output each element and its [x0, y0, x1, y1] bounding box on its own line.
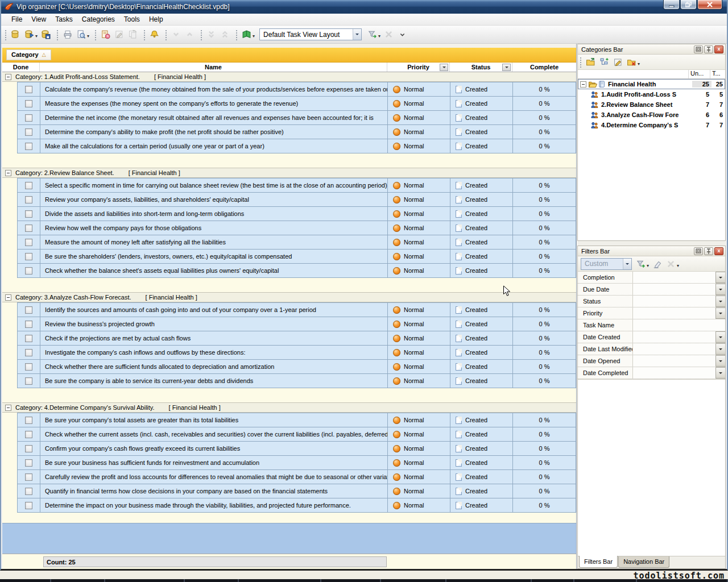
task-row[interactable]: Determine the net income (the monetary r… [18, 111, 576, 125]
dropdown-caret-icon[interactable]: ▾ [253, 34, 255, 39]
task-complete-cell[interactable]: 0 % [513, 427, 576, 441]
group-header[interactable]: Category: 2.Review Balance Sheet. [ Fina… [2, 168, 576, 178]
filter-dropdown-icon[interactable] [715, 331, 725, 343]
filter-dropdown-icon[interactable] [715, 367, 725, 379]
panel-pin-icon[interactable] [704, 45, 713, 53]
task-row[interactable]: Check whether there are sufficient funds… [18, 360, 576, 374]
task-name-cell[interactable]: Confirm your company's cash flows greatl… [40, 442, 388, 455]
collapse-group-icon[interactable] [5, 74, 11, 80]
column-header-complete[interactable]: Complete [512, 63, 576, 72]
restore-button[interactable] [680, 0, 697, 10]
task-checkbox[interactable] [25, 377, 32, 385]
task-complete-cell[interactable]: 0 % [513, 346, 576, 359]
minimize-button[interactable] [663, 0, 680, 10]
task-priority-cell[interactable]: Normal [388, 125, 450, 139]
task-priority-cell[interactable]: Normal [388, 221, 450, 235]
task-status-cell[interactable]: Created [450, 207, 513, 221]
filter-dropdown-icon[interactable] [715, 296, 725, 307]
task-complete-cell[interactable]: 0 % [513, 303, 576, 317]
task-name-cell[interactable]: Determine the company's ability to make … [40, 125, 388, 139]
task-checkbox[interactable] [25, 86, 32, 93]
task-name-cell[interactable]: Be sure the company is able to service i… [40, 374, 388, 388]
task-checkbox[interactable] [25, 225, 32, 232]
task-priority-cell[interactable]: Normal [388, 82, 450, 96]
task-row[interactable]: Carefully review the profit and loss acc… [18, 470, 576, 484]
menu-file[interactable]: File [7, 14, 27, 25]
dropdown-caret-icon[interactable]: ▾ [35, 34, 38, 39]
task-complete-cell[interactable]: 0 % [513, 139, 576, 153]
task-row[interactable]: Check whether the current assets (incl. … [18, 427, 576, 442]
task-checkbox[interactable] [25, 182, 32, 189]
task-checkbox[interactable] [25, 445, 32, 452]
task-complete-cell[interactable]: 0 % [513, 331, 576, 345]
new-task-button[interactable] [98, 28, 112, 41]
task-complete-cell[interactable]: 0 % [513, 374, 576, 388]
status-filter-dropdown-icon[interactable] [502, 64, 511, 71]
task-status-cell[interactable]: Created [450, 264, 513, 277]
task-priority-cell[interactable]: Normal [388, 360, 450, 373]
task-row[interactable]: Be sure your business has sufficient fun… [18, 456, 576, 470]
task-status-cell[interactable]: Created [450, 125, 513, 139]
collapse-group-icon[interactable] [5, 170, 11, 176]
task-complete-cell[interactable]: 0 % [513, 442, 576, 455]
save-database-button[interactable] [39, 28, 52, 41]
filter-dropdown-icon[interactable] [715, 284, 725, 295]
task-row[interactable]: Identify the sources and amounts of cash… [18, 303, 576, 317]
task-row[interactable]: Determine the company's ability to make … [18, 125, 576, 139]
task-name-cell[interactable]: Check whether there are sufficient funds… [40, 360, 388, 373]
task-priority-cell[interactable]: Normal [388, 303, 450, 317]
task-status-cell[interactable]: Created [450, 413, 513, 427]
task-status-cell[interactable]: Created [450, 331, 513, 345]
task-status-cell[interactable]: Created [450, 221, 513, 235]
task-name-cell[interactable]: Review the business's projected growth [40, 317, 388, 331]
menu-tools[interactable]: Tools [119, 14, 144, 25]
dropdown-caret-icon[interactable]: ▾ [378, 34, 380, 39]
tree-category-row[interactable]: 1.Audit Profit-and-Loss S 5 5 [578, 89, 725, 99]
filter-dropdown-icon[interactable] [715, 355, 725, 367]
dropdown-caret-icon[interactable]: ▾ [87, 34, 89, 39]
task-complete-cell[interactable]: 0 % [513, 264, 576, 277]
group-header[interactable]: Category: 4.Determine Company's Survival… [2, 403, 576, 413]
task-row[interactable]: Determine the impact on your business ma… [18, 498, 576, 513]
task-priority-cell[interactable]: Normal [388, 484, 450, 498]
filter-value-field[interactable] [633, 319, 725, 331]
tree-category-row[interactable]: 4.Determine Company's S 7 7 [578, 120, 725, 130]
task-status-cell[interactable]: Created [450, 456, 513, 469]
task-complete-cell[interactable]: 0 % [513, 498, 576, 512]
column-header-done[interactable]: Done [2, 63, 40, 72]
task-status-cell[interactable]: Created [450, 442, 513, 455]
task-name-cell[interactable]: Review how well the company pays for tho… [40, 221, 388, 235]
task-checkbox[interactable] [25, 473, 32, 481]
task-priority-cell[interactable]: Normal [388, 207, 450, 221]
task-name-cell[interactable]: Be sure your company's total assets are … [40, 413, 388, 427]
edit-category-button[interactable] [611, 55, 624, 69]
tree-column-uncompleted[interactable]: Un... [689, 70, 710, 78]
task-priority-cell[interactable]: Normal [388, 250, 450, 263]
task-status-cell[interactable]: Created [450, 374, 513, 388]
edit-task-button[interactable] [112, 28, 126, 41]
move-up-button[interactable] [183, 28, 196, 41]
open-database-button[interactable] [22, 28, 36, 41]
task-view-layout-combo[interactable]: Default Task View Layout [259, 28, 362, 40]
task-priority-cell[interactable]: Normal [388, 139, 450, 153]
task-row[interactable]: Be sure the shareholders' (lenders, inve… [18, 250, 576, 264]
task-checkbox[interactable] [25, 321, 32, 328]
task-status-cell[interactable]: Created [450, 139, 513, 153]
task-status-cell[interactable]: Created [450, 470, 513, 484]
delete-layout-button[interactable] [382, 28, 395, 41]
task-status-cell[interactable]: Created [450, 346, 513, 359]
task-status-cell[interactable]: Created [450, 235, 513, 249]
task-name-cell[interactable]: Check whether the current assets (incl. … [40, 427, 388, 441]
delete-filter-button[interactable] [664, 257, 677, 271]
move-to-top-button[interactable] [218, 28, 231, 41]
group-by-category-chip[interactable]: Category △ [6, 49, 51, 60]
task-checkbox[interactable] [25, 143, 32, 150]
task-complete-cell[interactable]: 0 % [513, 125, 576, 139]
task-complete-cell[interactable]: 0 % [513, 193, 576, 206]
filter-value-field[interactable] [633, 367, 715, 379]
task-priority-cell[interactable]: Normal [388, 178, 450, 192]
task-name-cell[interactable]: Identify the sources and amounts of cash… [40, 303, 388, 317]
task-row[interactable]: Be sure the company is able to service i… [18, 374, 576, 388]
tree-category-row[interactable]: 3.Analyze Cash-Flow Fore 6 6 [578, 110, 725, 120]
tree-category-row[interactable]: 2.Review Balance Sheet 7 7 [578, 99, 725, 110]
